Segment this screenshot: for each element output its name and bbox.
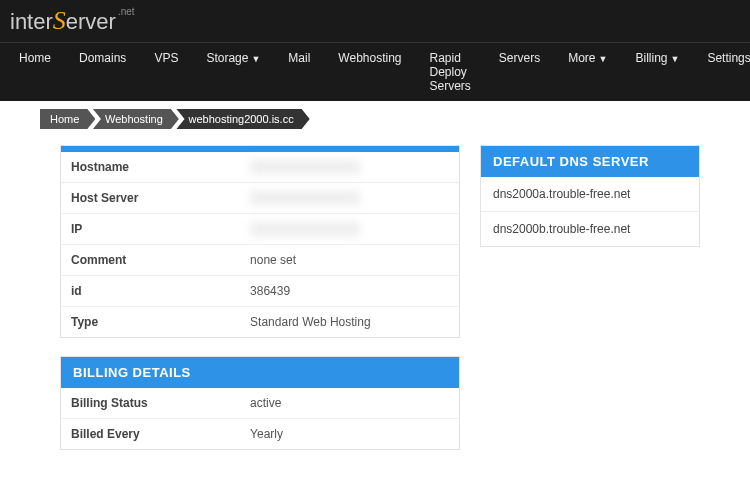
nav-webhosting[interactable]: Webhosting [324, 43, 415, 101]
chevron-down-icon: ▼ [670, 54, 679, 64]
logo-net: .net [118, 6, 135, 17]
breadcrumb-home[interactable]: Home [40, 109, 95, 129]
nav-billing[interactable]: Billing▼ [621, 43, 693, 101]
details-panel: Hostname Host Server IP Commentnone set … [60, 145, 460, 338]
nav-rapid-deploy[interactable]: Rapid Deploy Servers [416, 43, 485, 101]
nav-domains[interactable]: Domains [65, 43, 140, 101]
table-row: TypeStandard Web Hosting [61, 307, 459, 338]
nav-mail[interactable]: Mail [274, 43, 324, 101]
dns-heading: DEFAULT DNS SERVER [481, 146, 699, 177]
billing-table: Billing Statusactive Billed EveryYearly [61, 388, 459, 449]
breadcrumb-webhosting[interactable]: Webhosting [93, 109, 179, 129]
dns-server-item: dns2000a.trouble-free.net [481, 177, 699, 212]
logo-text: inter [10, 9, 53, 34]
nav-settings[interactable]: Settings▼ [693, 43, 750, 101]
nav-more[interactable]: More▼ [554, 43, 621, 101]
logo-s: S [53, 6, 66, 35]
breadcrumb-current: webhosting2000.is.cc [176, 109, 309, 129]
dns-server-item: dns2000b.trouble-free.net [481, 212, 699, 246]
hostserver-value [250, 191, 360, 205]
nav-servers[interactable]: Servers [485, 43, 554, 101]
main-nav: Home Domains VPS Storage▼ Mail Webhostin… [0, 42, 750, 101]
logo-text2: erver [66, 9, 116, 34]
logo[interactable]: interServer.net [10, 6, 135, 36]
table-row: Hostname [61, 152, 459, 183]
chevron-down-icon: ▼ [599, 54, 608, 64]
id-value: 386439 [240, 276, 459, 307]
billing-heading: BILLING DETAILS [61, 357, 459, 388]
breadcrumb: Home Webhosting webhosting2000.is.cc [0, 101, 750, 145]
header-bar: interServer.net [0, 0, 750, 42]
dns-panel: DEFAULT DNS SERVER dns2000a.trouble-free… [480, 145, 700, 247]
comment-value: none set [240, 245, 459, 276]
table-row: Billing Statusactive [61, 388, 459, 419]
chevron-down-icon: ▼ [251, 54, 260, 64]
ip-value [250, 222, 360, 236]
table-row: IP [61, 214, 459, 245]
details-table: Hostname Host Server IP Commentnone set … [61, 152, 459, 337]
table-row: id386439 [61, 276, 459, 307]
table-row: Host Server [61, 183, 459, 214]
nav-home[interactable]: Home [5, 43, 65, 101]
nav-storage[interactable]: Storage▼ [192, 43, 274, 101]
hostname-value [250, 160, 360, 174]
nav-vps[interactable]: VPS [140, 43, 192, 101]
billing-status-value: active [240, 388, 459, 419]
table-row: Commentnone set [61, 245, 459, 276]
billing-panel: BILLING DETAILS Billing Statusactive Bil… [60, 356, 460, 450]
table-row: Billed EveryYearly [61, 419, 459, 450]
type-value: Standard Web Hosting [240, 307, 459, 338]
billed-every-value: Yearly [240, 419, 459, 450]
